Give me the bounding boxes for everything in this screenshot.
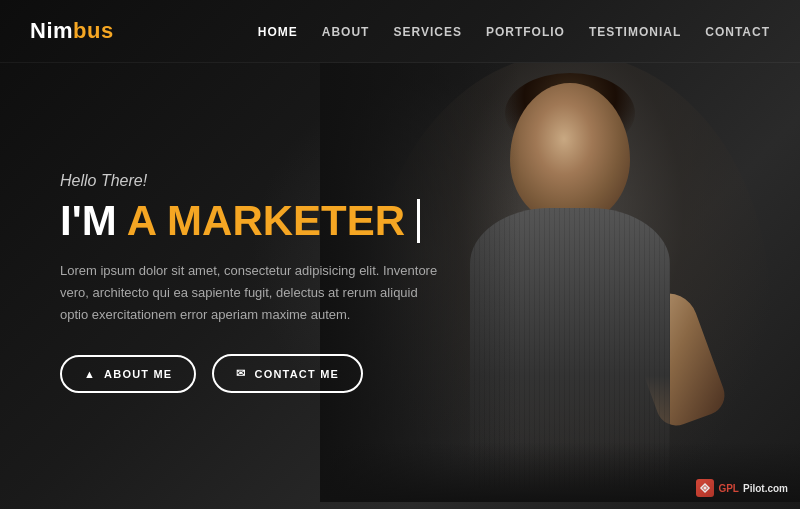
nav-link-home[interactable]: HOME bbox=[258, 25, 298, 39]
navbar: Nimbus HOME ABOUT SERVICES PORTFOLIO TES… bbox=[0, 0, 800, 63]
hero-content: Hello There! I'M A MARKETER Lorem ipsum … bbox=[60, 172, 440, 393]
about-me-label: ABOUT ME bbox=[104, 368, 172, 380]
watermark-logo-icon bbox=[696, 479, 714, 497]
watermark: GPL Pilot.com bbox=[696, 479, 788, 497]
logo-nim: Nim bbox=[30, 18, 73, 43]
nav-link-contact[interactable]: CONTACT bbox=[705, 25, 770, 39]
contact-me-button[interactable]: ✉ CONTACT ME bbox=[212, 354, 363, 393]
contact-me-label: CONTACT ME bbox=[255, 368, 340, 380]
hero-buttons: ▲ ABOUT ME ✉ CONTACT ME bbox=[60, 354, 440, 393]
hero-greeting: Hello There! bbox=[60, 172, 440, 190]
nav-link-portfolio[interactable]: PORTFOLIO bbox=[486, 25, 565, 39]
logo: Nimbus bbox=[30, 18, 114, 44]
watermark-pilot-text: Pilot.com bbox=[743, 483, 788, 494]
nav-item-about[interactable]: ABOUT bbox=[322, 22, 370, 40]
hero-section: Hello There! I'M A MARKETER Lorem ipsum … bbox=[0, 63, 800, 502]
watermark-svg bbox=[699, 482, 711, 494]
cursor-bar bbox=[417, 199, 420, 243]
nav-link-about[interactable]: ABOUT bbox=[322, 25, 370, 39]
about-me-button[interactable]: ▲ ABOUT ME bbox=[60, 355, 196, 393]
hero-title-im: I'M bbox=[60, 198, 117, 244]
nav-link-services[interactable]: SERVICES bbox=[393, 25, 461, 39]
nav-links: HOME ABOUT SERVICES PORTFOLIO TESTIMONIA… bbox=[258, 22, 770, 40]
envelope-icon: ✉ bbox=[236, 367, 246, 380]
user-icon: ▲ bbox=[84, 368, 96, 380]
hero-title-role: A MARKETER bbox=[127, 198, 405, 244]
page-wrapper: Nimbus HOME ABOUT SERVICES PORTFOLIO TES… bbox=[0, 0, 800, 509]
watermark-gpl-text: GPL bbox=[718, 483, 739, 494]
nav-link-testimonial[interactable]: TESTIMONIAL bbox=[589, 25, 681, 39]
nav-item-portfolio[interactable]: PORTFOLIO bbox=[486, 22, 565, 40]
hero-title: I'M A MARKETER bbox=[60, 198, 440, 244]
nav-item-home[interactable]: HOME bbox=[258, 22, 298, 40]
hero-description: Lorem ipsum dolor sit amet, consectetur … bbox=[60, 260, 440, 326]
svg-marker-1 bbox=[703, 486, 707, 490]
nav-item-testimonial[interactable]: TESTIMONIAL bbox=[589, 22, 681, 40]
nav-item-contact[interactable]: CONTACT bbox=[705, 22, 770, 40]
logo-bus: bus bbox=[73, 18, 114, 43]
nav-item-services[interactable]: SERVICES bbox=[393, 22, 461, 40]
